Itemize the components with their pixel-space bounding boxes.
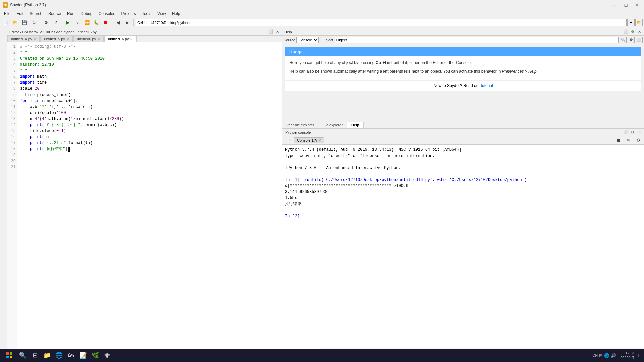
code-area: 1 2 3 4 5 6 7 8 9 10 11 12 13 14 15 16 1… — [7, 42, 282, 354]
clock-time: 12:31 — [620, 351, 635, 355]
line-numbers: 1 2 3 4 5 6 7 8 9 10 11 12 13 14 15 16 1… — [7, 42, 17, 354]
console-output[interactable]: Python 3.7.4 (default, Aug 9 2019, 18:34… — [282, 145, 644, 348]
path-input[interactable] — [136, 19, 627, 26]
maximize-button[interactable]: □ — [621, 1, 631, 9]
menu-tools[interactable]: Tools — [139, 11, 154, 17]
help-undock-btn2[interactable]: ⬜ — [636, 37, 643, 43]
taskbar-sticky[interactable]: 📝 — [78, 350, 89, 361]
tab-close-untitled14[interactable]: ✕ — [33, 37, 36, 41]
footer-text: New to Spyder? Read our — [433, 83, 480, 88]
tutorial-link[interactable]: tutorial — [481, 83, 493, 88]
show-desktop-button[interactable]: | — [636, 350, 641, 361]
console-undock-button[interactable]: ⬜ — [623, 130, 629, 135]
help-search-button[interactable]: 🔍 — [620, 37, 627, 43]
help-settings-button[interactable]: ⚙ — [630, 29, 635, 35]
console-tab-close[interactable]: ✕ — [318, 138, 321, 142]
tab-file-explorer[interactable]: File explorer — [318, 122, 347, 128]
window-controls: ─ □ ✕ — [610, 1, 641, 9]
help-options-button[interactable]: ⚙ — [628, 37, 635, 43]
nav-forward-button[interactable]: ▶ — [123, 18, 132, 27]
tab-help[interactable]: Help — [347, 122, 364, 128]
console-header-controls: ⬜ ⚙ ✕ — [623, 130, 642, 135]
tray-grid: ⊞ — [599, 353, 603, 358]
toolbar-separator-3 — [112, 19, 112, 26]
usage-text-2: Help can also be shown automatically aft… — [289, 68, 637, 74]
console-toolbar-btn3[interactable]: ⚙ — [634, 136, 643, 145]
save-button[interactable]: 💾 — [20, 18, 29, 27]
console-startup-2: Type "copyright", "credits" or "license"… — [285, 153, 641, 159]
help-undock-button[interactable]: ⬜ — [623, 29, 629, 35]
windows-icon — [6, 352, 12, 358]
main-layout: ↔ Editor - C:\Users\12710\Desktop\python… — [0, 28, 644, 354]
save-all-button[interactable]: 🗂 — [30, 18, 38, 27]
menu-consoles[interactable]: Consoles — [96, 11, 118, 17]
path-open-button[interactable]: 📂 — [635, 19, 643, 26]
console-tab-label: Console 1/A — [297, 138, 317, 142]
stop-button[interactable]: ⏹ — [101, 18, 110, 27]
menu-edit[interactable]: Edit — [14, 11, 26, 17]
taskbar-spyder[interactable]: 🕷 — [102, 350, 113, 361]
console-toolbar-btn2[interactable]: ✏ — [624, 136, 633, 145]
nav-back-button[interactable]: ◀ — [114, 18, 122, 27]
usage-title: Usage — [285, 47, 641, 56]
path-browse-button[interactable]: ▼ — [627, 19, 635, 26]
help-header: Help ⬜ ⚙ ✕ — [282, 28, 644, 36]
new-file-button[interactable]: 📄 — [1, 18, 10, 27]
tab-untitled0[interactable]: untitled0.py ✕ — [73, 36, 104, 42]
taskbar-explorer[interactable]: 📁 — [42, 350, 52, 361]
object-input[interactable] — [335, 37, 619, 43]
tab-close-untitled0[interactable]: ✕ — [97, 37, 100, 41]
taskbar-multitask[interactable]: ⊟ — [30, 350, 40, 361]
taskbar-search[interactable]: 🔍 — [17, 350, 28, 361]
tab-untitled16[interactable]: untitled16.py ✕ — [104, 36, 137, 42]
tab-untitled14[interactable]: untitled14.py ✕ — [7, 36, 40, 42]
usage-footer: New to Spyder? Read our tutorial — [285, 80, 641, 91]
menu-projects[interactable]: Projects — [119, 11, 139, 17]
help-header-controls: ⬜ ⚙ ✕ — [623, 29, 642, 35]
app-icon: 🕷 — [3, 2, 8, 8]
start-button[interactable] — [3, 350, 16, 361]
menu-run[interactable]: Run — [64, 11, 77, 17]
debug-button[interactable]: 🐛 — [92, 18, 101, 27]
run-cell-button[interactable]: ⏩ — [83, 18, 91, 27]
help-close-button[interactable]: ✕ — [637, 29, 642, 35]
editor-undock-button[interactable]: ⬜ — [268, 29, 273, 35]
console-tab-1[interactable]: Console 1/A ✕ — [294, 137, 324, 143]
minimize-button[interactable]: ─ — [610, 1, 620, 9]
editor-header-controls: ⬜ ✕ — [268, 29, 280, 35]
run-file-button[interactable]: ▷ — [73, 18, 82, 27]
menu-debug[interactable]: Debug — [78, 11, 95, 17]
taskbar-store[interactable]: 🛍 — [66, 350, 76, 361]
editor-close-button[interactable]: ✕ — [275, 29, 280, 35]
tab-close-untitled16[interactable]: ✕ — [130, 37, 133, 41]
help-button[interactable]: ? — [51, 18, 60, 27]
console-close-button[interactable]: ✕ — [637, 130, 642, 135]
preferences-button[interactable]: ⚙ — [42, 18, 51, 27]
console-toolbar: 📄 Console 1/A ✕ ⏹ ✏ ⚙ — [282, 136, 644, 145]
console-settings-button[interactable]: ⚙ — [630, 130, 635, 135]
menu-view[interactable]: View — [155, 11, 169, 17]
tab-untitled15[interactable]: untitled15.py ✕ — [40, 36, 72, 42]
side-icon-1[interactable]: ↔ — [1, 29, 7, 36]
menu-source[interactable]: Source — [46, 11, 64, 17]
menu-help[interactable]: Help — [169, 11, 183, 17]
tab-variable-explorer[interactable]: Variable explorer — [282, 122, 318, 128]
open-file-button[interactable]: 📂 — [11, 18, 19, 27]
console-panel: IPython console ⬜ ⚙ ✕ 📄 Console 1/A ✕ ⏹ … — [282, 129, 644, 354]
console-toolbar-btn1[interactable]: ⏹ — [614, 136, 623, 145]
menu-search[interactable]: Search — [27, 11, 45, 17]
code-editor[interactable]: # -*- coding: utf-8 -*- """ Created on S… — [17, 42, 282, 354]
run-button[interactable]: ▶ — [64, 18, 72, 27]
svg-rect-0 — [6, 352, 9, 355]
close-button[interactable]: ✕ — [632, 1, 641, 9]
source-dropdown[interactable]: Console Editor — [296, 37, 319, 43]
toolbar-separator-1 — [40, 19, 40, 26]
console-new-button[interactable]: 📄 — [284, 136, 292, 145]
console-pi: 3.1415926535897936 — [285, 189, 641, 195]
console-prompt2: In [2]: — [285, 213, 641, 219]
menu-file[interactable]: File — [1, 11, 13, 17]
taskbar-env[interactable]: 🌿 — [90, 350, 101, 361]
tab-close-untitled15[interactable]: ✕ — [66, 37, 69, 41]
editor-path-label: Editor - C:\Users\12710\Desktop\python\u… — [9, 30, 97, 34]
taskbar-edge[interactable]: 🌐 — [54, 350, 64, 361]
